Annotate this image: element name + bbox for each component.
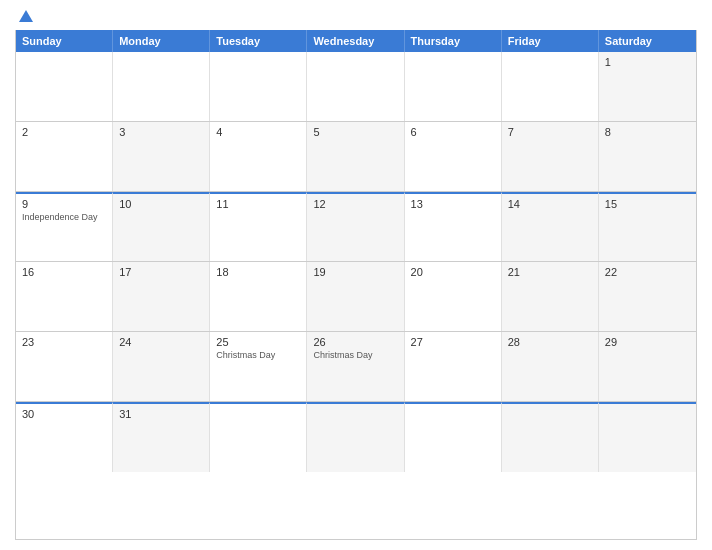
day-number: 28 — [508, 336, 592, 348]
calendar-grid: SundayMondayTuesdayWednesdayThursdayFrid… — [15, 30, 697, 540]
calendar-cell-r5-c1: 31 — [113, 402, 210, 472]
calendar-body: 123456789Independence Day101112131415161… — [16, 52, 696, 472]
calendar-cell-r5-c2 — [210, 402, 307, 472]
weekday-header-friday: Friday — [502, 30, 599, 52]
weekday-header-wednesday: Wednesday — [307, 30, 404, 52]
day-number: 26 — [313, 336, 397, 348]
day-number: 3 — [119, 126, 203, 138]
calendar-cell-r5-c4 — [405, 402, 502, 472]
calendar-cell-r3-c6: 22 — [599, 262, 696, 331]
day-number: 22 — [605, 266, 690, 278]
calendar-cell-r2-c6: 15 — [599, 192, 696, 261]
calendar-cell-r1-c6: 8 — [599, 122, 696, 191]
calendar-cell-r5-c5 — [502, 402, 599, 472]
calendar-cell-r3-c5: 21 — [502, 262, 599, 331]
calendar-row-0: 1 — [16, 52, 696, 122]
day-number: 14 — [508, 198, 592, 210]
calendar-cell-r0-c3 — [307, 52, 404, 121]
day-number: 6 — [411, 126, 495, 138]
day-number: 19 — [313, 266, 397, 278]
weekday-header-thursday: Thursday — [405, 30, 502, 52]
day-number: 25 — [216, 336, 300, 348]
day-number: 9 — [22, 198, 106, 210]
calendar-weekday-header: SundayMondayTuesdayWednesdayThursdayFrid… — [16, 30, 696, 52]
day-number: 29 — [605, 336, 690, 348]
day-number: 4 — [216, 126, 300, 138]
calendar-row-4: 232425Christmas Day26Christmas Day272829 — [16, 332, 696, 402]
calendar-cell-r1-c0: 2 — [16, 122, 113, 191]
calendar-cell-r1-c4: 6 — [405, 122, 502, 191]
calendar-cell-r4-c3: 26Christmas Day — [307, 332, 404, 401]
calendar-cell-r2-c1: 10 — [113, 192, 210, 261]
day-number: 21 — [508, 266, 592, 278]
weekday-header-tuesday: Tuesday — [210, 30, 307, 52]
calendar-cell-r0-c5 — [502, 52, 599, 121]
calendar-cell-r5-c6 — [599, 402, 696, 472]
calendar-cell-r1-c5: 7 — [502, 122, 599, 191]
day-number: 24 — [119, 336, 203, 348]
weekday-header-monday: Monday — [113, 30, 210, 52]
calendar-cell-r4-c5: 28 — [502, 332, 599, 401]
day-number: 16 — [22, 266, 106, 278]
calendar-cell-r2-c2: 11 — [210, 192, 307, 261]
day-number: 8 — [605, 126, 690, 138]
calendar-cell-r0-c4 — [405, 52, 502, 121]
day-number: 12 — [313, 198, 397, 210]
day-number: 5 — [313, 126, 397, 138]
calendar-cell-r2-c0: 9Independence Day — [16, 192, 113, 261]
calendar-cell-r4-c6: 29 — [599, 332, 696, 401]
calendar-row-5: 3031 — [16, 402, 696, 472]
calendar-cell-r5-c3 — [307, 402, 404, 472]
day-number: 30 — [22, 408, 106, 420]
calendar-cell-r3-c2: 18 — [210, 262, 307, 331]
day-number: 15 — [605, 198, 690, 210]
holiday-label: Christmas Day — [313, 350, 397, 361]
calendar-row-3: 16171819202122 — [16, 262, 696, 332]
day-number: 17 — [119, 266, 203, 278]
day-number: 10 — [119, 198, 203, 210]
calendar-cell-r0-c6: 1 — [599, 52, 696, 121]
calendar-page: SundayMondayTuesdayWednesdayThursdayFrid… — [0, 0, 712, 550]
calendar-cell-r4-c0: 23 — [16, 332, 113, 401]
day-number: 2 — [22, 126, 106, 138]
calendar-cell-r0-c0 — [16, 52, 113, 121]
day-number: 1 — [605, 56, 690, 68]
calendar-cell-r2-c5: 14 — [502, 192, 599, 261]
day-number: 18 — [216, 266, 300, 278]
calendar-cell-r4-c4: 27 — [405, 332, 502, 401]
day-number: 7 — [508, 126, 592, 138]
calendar-cell-r4-c2: 25Christmas Day — [210, 332, 307, 401]
day-number: 11 — [216, 198, 300, 210]
calendar-cell-r4-c1: 24 — [113, 332, 210, 401]
calendar-cell-r0-c2 — [210, 52, 307, 121]
day-number: 13 — [411, 198, 495, 210]
calendar-cell-r2-c3: 12 — [307, 192, 404, 261]
day-number: 23 — [22, 336, 106, 348]
calendar-cell-r5-c0: 30 — [16, 402, 113, 472]
logo-triangle-icon — [19, 10, 33, 22]
calendar-cell-r1-c3: 5 — [307, 122, 404, 191]
weekday-header-saturday: Saturday — [599, 30, 696, 52]
day-number: 31 — [119, 408, 203, 420]
calendar-cell-r2-c4: 13 — [405, 192, 502, 261]
calendar-cell-r1-c2: 4 — [210, 122, 307, 191]
day-number: 20 — [411, 266, 495, 278]
calendar-cell-r3-c1: 17 — [113, 262, 210, 331]
calendar-cell-r1-c1: 3 — [113, 122, 210, 191]
day-number: 27 — [411, 336, 495, 348]
calendar-cell-r0-c1 — [113, 52, 210, 121]
holiday-label: Christmas Day — [216, 350, 300, 361]
calendar-cell-r3-c0: 16 — [16, 262, 113, 331]
calendar-cell-r3-c3: 19 — [307, 262, 404, 331]
calendar-cell-r3-c4: 20 — [405, 262, 502, 331]
calendar-row-2: 9Independence Day101112131415 — [16, 192, 696, 262]
calendar-row-1: 2345678 — [16, 122, 696, 192]
logo — [15, 10, 33, 22]
header — [15, 10, 697, 22]
logo-blue-text — [15, 10, 33, 22]
weekday-header-sunday: Sunday — [16, 30, 113, 52]
holiday-label: Independence Day — [22, 212, 106, 223]
